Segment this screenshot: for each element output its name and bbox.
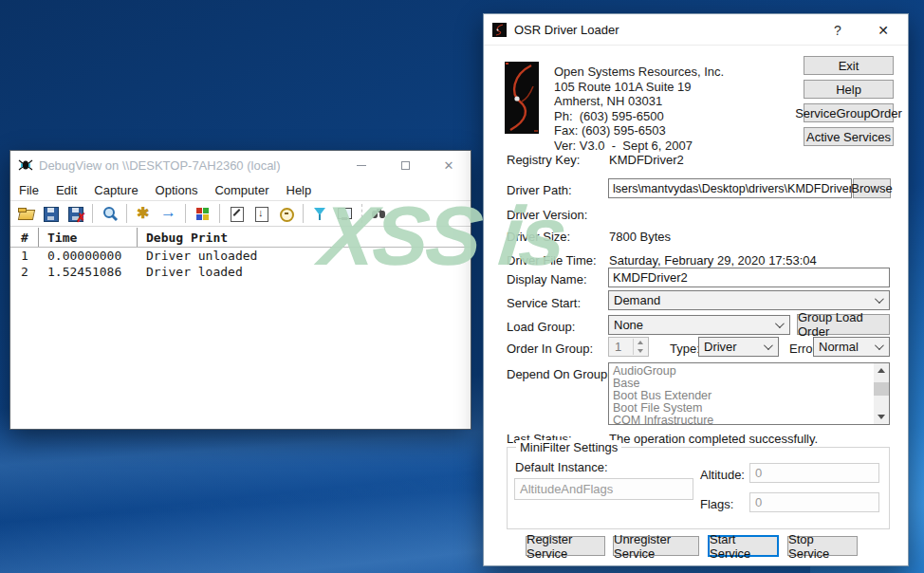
driver-size-value: 7800 Bytes [609, 230, 671, 244]
close-button[interactable]: ✕ [427, 151, 471, 179]
row-message: Driver unloaded [138, 249, 471, 263]
column-debug-print[interactable]: Debug Print [138, 231, 471, 245]
driver-file-time-label: Driver File Time: [507, 253, 597, 268]
register-service-button[interactable]: Register Service [526, 536, 605, 556]
clear-display-icon[interactable]: ✗ [67, 206, 83, 221]
history-depth-icon[interactable] [337, 206, 353, 221]
row-time: 1.52451086 [39, 265, 138, 279]
order-in-group-label: Order In Group: [507, 342, 593, 356]
unregister-service-button[interactable]: Unregister Service [613, 536, 699, 556]
column-num[interactable]: # [10, 228, 39, 247]
flags-input[interactable]: 0 [749, 492, 879, 512]
clock-time-icon[interactable] [278, 206, 294, 221]
find-icon[interactable] [371, 206, 387, 221]
scrollbar[interactable] [874, 363, 889, 424]
open-log-icon[interactable] [18, 206, 34, 221]
last-status-value: The operation completed successfully. [609, 432, 818, 446]
capture-kernel-icon[interactable] [136, 206, 152, 221]
type-label: Type: [670, 342, 700, 356]
service-start-value: Demand [614, 293, 660, 307]
company-line: Fax: (603) 595-6503 [554, 123, 724, 139]
start-service-button[interactable]: Start Service [708, 535, 779, 557]
debugview-titlebar: DebugView on \\DESKTOP-7AH2360 (local) ✕ [10, 151, 471, 179]
osr-logo [505, 62, 539, 134]
debugview-bug-icon [18, 157, 33, 173]
menu-options[interactable]: Options [147, 181, 207, 199]
display-name-input[interactable]: KMDFDriver2 [608, 268, 890, 287]
scroll-down-icon[interactable] [874, 410, 889, 424]
debug-output-list[interactable]: # Time Debug Print 1 0.00000000 Driver u… [10, 228, 471, 429]
chevron-down-icon [775, 319, 785, 328]
order-in-group-value: 1 [615, 340, 621, 354]
debugview-title: DebugView on \\DESKTOP-7AH2360 (local) [39, 158, 281, 173]
help-button[interactable]: Help [804, 80, 894, 99]
filter-icon[interactable] [312, 206, 328, 221]
error-dropdown[interactable]: Normal [813, 337, 890, 357]
menu-computer[interactable]: Computer [206, 181, 277, 199]
save-icon[interactable] [43, 206, 59, 221]
company-line: Ph: (603) 595-6500 [554, 109, 724, 124]
autoscroll-icon[interactable] [253, 206, 269, 221]
driver-path-label: Driver Path: [507, 183, 572, 197]
minifilter-legend: MiniFilter Settings [516, 440, 621, 454]
debugview-toolbar: ✗ [10, 200, 471, 227]
list-header[interactable]: # Time Debug Print [10, 228, 471, 248]
column-time[interactable]: Time [39, 228, 138, 247]
type-dropdown[interactable]: Driver [698, 337, 779, 357]
menu-edit[interactable]: Edit [47, 181, 85, 199]
driver-size-label: Driver Size: [507, 230, 570, 244]
service-start-dropdown[interactable]: Demand [608, 290, 890, 310]
help-icon[interactable]: ? [821, 14, 855, 46]
browse-button[interactable]: Browse [853, 178, 891, 198]
list-item[interactable]: AudioGroup [613, 365, 872, 378]
zoom-icon[interactable] [102, 206, 118, 221]
passthrough-icon[interactable] [160, 206, 176, 221]
scrollbar-thumb[interactable] [874, 382, 889, 396]
table-row[interactable]: 1 0.00000000 Driver unloaded [10, 248, 471, 264]
row-num: 1 [10, 249, 39, 263]
close-icon[interactable]: ✕ [864, 14, 902, 46]
order-in-group-spinner[interactable]: 1 [608, 337, 649, 357]
stop-service-button[interactable]: Stop Service [787, 536, 858, 556]
driver-path-input[interactable]: lsers\mantvydas\Desktop\drivers\KMDFDriv… [608, 178, 852, 198]
chevron-down-icon [875, 341, 884, 350]
depend-on-groups-list[interactable]: AudioGroup Base Boot Bus Extender Boot F… [608, 362, 890, 425]
registry-key-label: Registry Key: [507, 153, 580, 167]
error-value: Normal [819, 340, 859, 354]
spin-down-icon[interactable] [638, 349, 643, 353]
osr-title: OSR Driver Loader [514, 23, 619, 37]
debugview-window: DebugView on \\DESKTOP-7AH2360 (local) ✕… [9, 150, 471, 430]
osr-app-icon [492, 23, 507, 37]
log-comment-icon[interactable] [229, 206, 245, 221]
company-line: Amherst, NH 03031 [554, 94, 724, 109]
group-load-order-button[interactable]: Group Load Order [797, 314, 890, 335]
maximize-button[interactable] [383, 151, 427, 179]
altitude-label: Altitude: [700, 468, 745, 482]
driver-file-time-value: Saturday, February 29, 2020 17:53:04 [609, 253, 817, 268]
menu-capture[interactable]: Capture [85, 181, 146, 199]
minimize-button[interactable] [340, 151, 383, 179]
type-value: Driver [704, 340, 737, 354]
exit-button[interactable]: Exit [804, 56, 894, 75]
company-line: 105 Route 101A Suite 19 [554, 80, 724, 95]
menu-help[interactable]: Help [278, 181, 321, 199]
driver-version-label: Driver Version: [507, 208, 587, 222]
menu-file[interactable]: File [10, 181, 47, 199]
list-item[interactable]: COM Infrastructure [613, 415, 872, 425]
osr-driver-loader-window: OSR Driver Loader ? ✕ Open Systems Resou… [483, 13, 909, 566]
flags-label: Flags: [700, 497, 733, 511]
spin-up-icon[interactable] [638, 341, 643, 344]
row-time: 0.00000000 [39, 249, 138, 263]
active-services-button[interactable]: Active Services [804, 127, 894, 146]
load-group-dropdown[interactable]: None [608, 315, 790, 335]
table-row[interactable]: 2 1.52451086 Driver loaded [10, 264, 471, 280]
chevron-down-icon [875, 294, 884, 304]
default-instance-input[interactable]: AltitudeAndFlags [514, 478, 693, 500]
altitude-input[interactable]: 0 [749, 463, 879, 483]
capture-events-icon[interactable] [194, 206, 211, 221]
service-group-order-button[interactable]: ServiceGroupOrder [804, 103, 894, 122]
company-line: Ver: V3.0 - Sept 6, 2007 [554, 139, 724, 154]
chevron-down-icon [764, 341, 773, 350]
company-line: Open Systems Resources, Inc. [554, 65, 724, 80]
scroll-up-icon[interactable] [874, 363, 889, 378]
